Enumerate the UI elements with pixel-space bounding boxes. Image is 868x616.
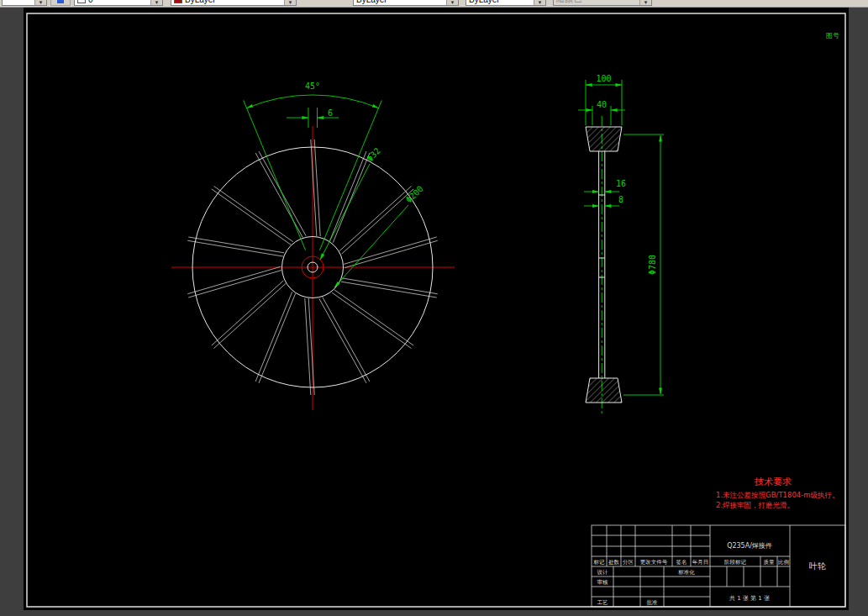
tech-req-line1: 1.未注公差按照GB/T1804-m级执行。 bbox=[716, 491, 839, 499]
dim-hub-width-text: 40 bbox=[597, 100, 607, 109]
lineweight-combo-value: ByLayer bbox=[469, 0, 500, 4]
cad-model-space[interactable]: 图号 45° 6 Φ32 Φ200 bbox=[0, 0, 868, 616]
model-space-background[interactable] bbox=[24, 7, 849, 610]
tb-process-label: 工艺 bbox=[597, 599, 609, 606]
tb-sheet-info: 共 1 张 第 1 张 bbox=[729, 595, 770, 602]
tb-header-docno: 更改文件号 bbox=[640, 559, 668, 566]
chevron-down-icon[interactable]: ▼ bbox=[534, 0, 545, 5]
top-flange-section bbox=[586, 127, 622, 151]
color-combo[interactable]: ByLayer ▼ bbox=[171, 0, 297, 6]
tb-approve-label: 批准 bbox=[647, 599, 659, 606]
chevron-down-icon[interactable]: ▼ bbox=[446, 0, 458, 5]
dim-angle-text: 45° bbox=[305, 82, 320, 91]
current-color-swatch bbox=[174, 0, 182, 3]
corner-note: 图号 bbox=[826, 32, 839, 39]
layer-properties-button[interactable] bbox=[50, 0, 71, 6]
tb-header-zone: 分区 bbox=[623, 559, 634, 566]
dim-outer-dia-text: Φ780 bbox=[648, 255, 657, 275]
layers-icon bbox=[57, 0, 64, 3]
layer-combo[interactable]: 0 ▼ bbox=[74, 0, 163, 6]
tb-mass-label: 质量 bbox=[764, 559, 776, 566]
tb-scale-label: 比例 bbox=[778, 559, 789, 566]
tb-check-label: 审核 bbox=[597, 579, 609, 586]
chevron-down-icon[interactable]: ▼ bbox=[284, 0, 296, 5]
tech-req-line2: 2.焊接牢固，打磨光滑。 bbox=[716, 501, 794, 509]
chevron-down-icon[interactable]: ▼ bbox=[150, 0, 162, 5]
tech-req-title: 技术要求 bbox=[755, 476, 792, 487]
tb-material: Q235A/焊接件 bbox=[727, 542, 772, 550]
chevron-down-icon: ▼ bbox=[639, 0, 651, 5]
lineweight-combo[interactable]: ByLayer ▼ bbox=[466, 0, 546, 6]
tb-header-count: 处数 bbox=[608, 559, 620, 566]
linetype-combo[interactable]: ByLayer ▼ bbox=[353, 0, 459, 6]
tb-stage-mark-label: 阶段标记 bbox=[724, 559, 747, 566]
layer-combo-value: 0 bbox=[88, 0, 93, 4]
dim-blade-width-text: 6 bbox=[328, 108, 333, 118]
chevron-down-icon[interactable]: ▼ bbox=[34, 0, 46, 5]
dim-plate-8-text: 8 bbox=[618, 195, 623, 204]
plotstyle-combo: 随颜色 ▼ bbox=[553, 0, 652, 6]
dim-plate-16-text: 16 bbox=[616, 179, 626, 188]
style-combo[interactable]: ▼ bbox=[2, 0, 47, 6]
bottom-flange-section bbox=[586, 378, 622, 403]
tb-header-sign: 签名 bbox=[676, 559, 687, 566]
top-toolbar: ▼ 0 ▼ ByLayer ▼ ByLayer ▼ ByLayer ▼ 随颜色 … bbox=[0, 0, 868, 8]
tb-design-label: 设计 bbox=[597, 569, 609, 576]
tb-standard-label: 标准化 bbox=[677, 569, 695, 576]
layer-color-swatch bbox=[77, 0, 86, 3]
tb-header-mark: 标记 bbox=[593, 559, 606, 566]
linetype-combo-value: ByLayer bbox=[356, 0, 387, 4]
tb-header-date: 年月日 bbox=[692, 559, 709, 566]
plotstyle-combo-value: 随颜色 bbox=[556, 0, 581, 5]
tb-part-name: 叶轮 bbox=[809, 561, 826, 571]
dim-top-width-text: 100 bbox=[596, 74, 611, 83]
color-combo-value: ByLayer bbox=[185, 0, 216, 4]
